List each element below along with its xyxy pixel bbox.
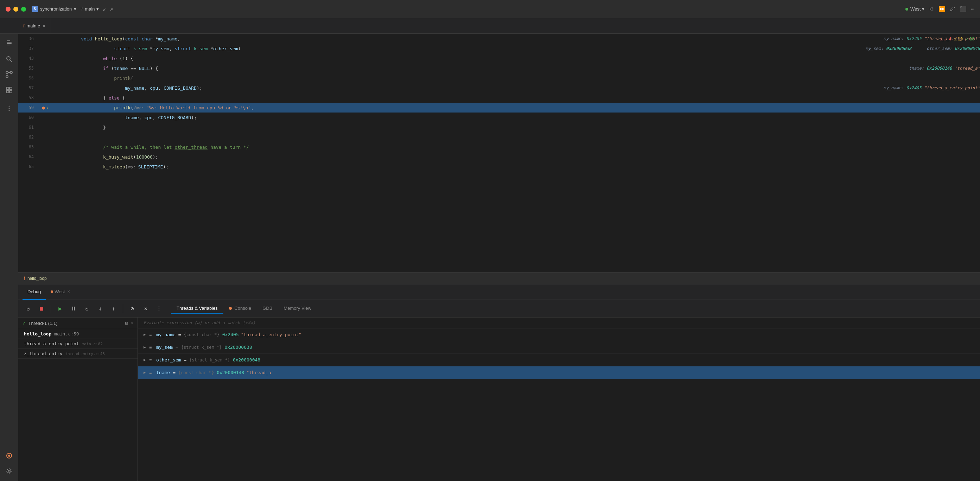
- call-stack-item-2[interactable]: z_thread_entry thread_entry.c:48: [18, 349, 138, 359]
- project-chevron-icon: ▾: [74, 6, 76, 12]
- var-expand-icon[interactable]: ▶: [143, 345, 149, 349]
- tab-threads-variables[interactable]: Threads & Variables: [171, 303, 223, 314]
- svg-rect-2: [7, 43, 12, 44]
- line-number: 58: [18, 95, 40, 100]
- debug-tab-debug[interactable]: Debug: [22, 284, 46, 300]
- breakpoints-button[interactable]: ⊙: [127, 303, 138, 314]
- title-bar: S synchronization ▾ ⑂ main ▾ ↙ ↗ West ▾ …: [0, 0, 980, 18]
- tab-label: main.c: [26, 23, 40, 29]
- more-debug-options-button[interactable]: ⋮: [153, 303, 165, 314]
- var-expand-icon[interactable]: ▶: [143, 357, 149, 362]
- line-content: k_msleep(ms: SLEEPTIME);: [51, 159, 980, 175]
- activity-more-icon[interactable]: [2, 101, 16, 115]
- restart-debug-button[interactable]: ↺: [22, 303, 34, 314]
- file-icon: f: [23, 24, 24, 29]
- var-expand-icon[interactable]: ▶: [143, 332, 149, 337]
- var-type-label: {const char *}: [178, 370, 214, 375]
- console-label: Console: [234, 306, 251, 311]
- debug-tab-west-close-icon[interactable]: ✕: [67, 289, 70, 294]
- more-options-icon[interactable]: ⋯: [971, 6, 974, 12]
- step-into-button[interactable]: ↓: [95, 303, 106, 314]
- call-stack-item-0[interactable]: hello_loop main.c:59: [18, 329, 138, 339]
- filter-icon[interactable]: ⊟: [125, 320, 128, 326]
- var-equals: =: [175, 344, 178, 350]
- call-fn-name: hello_loop: [24, 331, 51, 337]
- tab-gdb[interactable]: GDB: [257, 303, 278, 314]
- user-name: West: [910, 6, 921, 12]
- svg-point-15: [8, 106, 10, 107]
- function-icon: f: [24, 276, 25, 281]
- line-hint: my_name: 0x2405 "thread_a_entry_point": [878, 36, 980, 41]
- var-type-icon: ≡: [149, 370, 156, 375]
- activity-search-icon[interactable]: [2, 52, 16, 66]
- toolbar-icon-3[interactable]: 🖊: [950, 6, 955, 12]
- code-editor[interactable]: ⚠ ⚠ 4 ⚠ 10 ✓ 10 36 void hello_loop(const…: [18, 34, 980, 272]
- debug-toolbar: ↺ ■ ▶ ⏸ ↻ ↓ ↑ ⊙ ✕ ⋮ Threads & Variables: [18, 300, 980, 317]
- line-number: 62: [18, 135, 40, 140]
- activity-settings-icon[interactable]: [2, 464, 16, 478]
- var-name: my_sem: [156, 344, 173, 350]
- call-fn-label: hello_loop main.c:59: [24, 331, 132, 337]
- line-number: 57: [18, 86, 40, 90]
- svg-rect-1: [7, 42, 12, 43]
- activity-files-icon[interactable]: [2, 37, 16, 51]
- tab-close-icon[interactable]: ✕: [42, 24, 46, 29]
- continue-button[interactable]: ▶: [54, 303, 66, 314]
- step-out-button[interactable]: ↑: [108, 303, 119, 314]
- project-icon: S: [32, 6, 38, 12]
- variable-row-other-sem[interactable]: ▶ ≡ other_sem = {struct k_sem *} 0x20000…: [138, 354, 980, 367]
- var-type-icon: ≡: [149, 357, 156, 362]
- collapse-icon[interactable]: ↙: [103, 6, 107, 12]
- activity-debug-icon[interactable]: [2, 449, 16, 463]
- var-name: other_sem: [156, 357, 181, 362]
- expand-icon[interactable]: ↗: [110, 6, 113, 12]
- call-fn-file: main.c:59: [54, 331, 79, 337]
- close-button[interactable]: [6, 7, 11, 12]
- pause-button[interactable]: ⏸: [68, 303, 79, 314]
- user-menu[interactable]: West ▾: [905, 6, 924, 12]
- debug-tab-west[interactable]: West ✕: [46, 284, 75, 300]
- tab-bar: f main.c ✕: [0, 18, 980, 34]
- user-chevron-icon: ▾: [922, 6, 924, 12]
- variable-row-my-sem[interactable]: ▶ ≡ my_sem = {struct k_sem *} 0x20000038: [138, 341, 980, 354]
- toolbar-icon-2[interactable]: ⏩: [939, 6, 945, 12]
- variables-panel: Evaluate expression (↵) or add a watch (…: [138, 317, 980, 481]
- activity-extensions-icon[interactable]: [2, 83, 16, 97]
- debug-tab-dot-icon: [51, 291, 53, 293]
- activity-source-control-icon[interactable]: [2, 68, 16, 82]
- thread-chevron-icon[interactable]: ▾: [131, 321, 133, 325]
- variable-row-my-name[interactable]: ▶ ≡ my_name = {const char *} 0x2405 "thr…: [138, 329, 980, 341]
- project-name: synchronization: [40, 6, 72, 12]
- svg-point-16: [8, 108, 10, 109]
- step-over-button[interactable]: ↻: [81, 303, 92, 314]
- thread-selector[interactable]: ✓ Thread-1 (1.1) ⊟ ▾: [18, 317, 138, 329]
- call-stack: hello_loop main.c:59 thread_a_entry_poin…: [18, 329, 138, 481]
- maximize-button[interactable]: [21, 7, 26, 12]
- svg-point-19: [8, 455, 10, 457]
- project-selector[interactable]: S synchronization ▾: [32, 6, 76, 12]
- stop-debug-button[interactable]: ■: [36, 303, 47, 314]
- toolbar-icon-1[interactable]: ⛭: [929, 6, 934, 12]
- toolbar-icon-4[interactable]: ⬛: [959, 6, 967, 12]
- variable-row-tname[interactable]: ▶ ≡ tname = {const char *} 0x20000148 "t…: [138, 367, 980, 379]
- var-equals: =: [184, 357, 186, 362]
- toolbar-separator-2: [123, 305, 123, 313]
- minimize-button[interactable]: [13, 7, 18, 12]
- tab-console[interactable]: Console: [223, 303, 257, 314]
- breadcrumb: f hello_loop: [18, 272, 980, 284]
- git-branch-selector[interactable]: ⑂ main ▾: [81, 6, 99, 12]
- var-type-icon: ≡: [149, 332, 156, 337]
- line-number: 59: [18, 105, 40, 110]
- online-indicator: [905, 8, 908, 11]
- var-name: tname: [156, 370, 170, 375]
- variable-list: ▶ ≡ my_name = {const char *} 0x2405 "thr…: [138, 329, 980, 481]
- tab-memory-view[interactable]: Memory View: [278, 303, 317, 314]
- debug-session-tabs: Debug West ✕: [18, 284, 980, 300]
- clear-button[interactable]: ✕: [140, 303, 151, 314]
- svg-rect-3: [7, 44, 10, 45]
- tab-main-c[interactable]: f main.c ✕: [18, 18, 51, 34]
- call-stack-item-1[interactable]: thread_a_entry_point main.c:82: [18, 339, 138, 349]
- var-expand-icon[interactable]: ▶: [143, 370, 149, 375]
- code-line-65: 65 k_msleep(ms: SLEEPTIME);: [18, 162, 980, 171]
- line-number: 56: [18, 76, 40, 81]
